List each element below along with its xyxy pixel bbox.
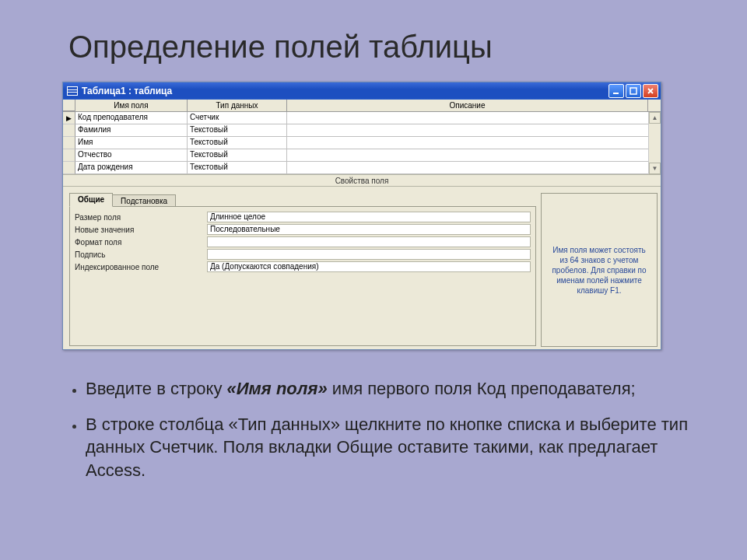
maximize-button[interactable]: [626, 84, 641, 98]
svg-rect-1: [630, 88, 637, 94]
field-name-cell[interactable]: Фамилия: [75, 124, 188, 137]
minimize-button[interactable]: [608, 84, 624, 98]
field-name-cell[interactable]: Код преподавателя: [75, 112, 188, 124]
col-header-name[interactable]: Имя поля: [75, 100, 188, 111]
property-row: Индексированное полеДа (Допускаются совп…: [75, 261, 531, 273]
property-label: Новые значения: [75, 226, 207, 234]
table-row[interactable]: ИмяТекстовый: [63, 137, 661, 149]
col-header-type[interactable]: Тип данных: [188, 100, 287, 111]
grid-header: Имя поля Тип данных Описание: [63, 100, 661, 112]
bullet-2: В строке столбца «Тип данных» щелкните п…: [86, 413, 700, 482]
col-header-desc[interactable]: Описание: [287, 100, 648, 111]
slide-bullets: Введите в строку «Имя поля» имя первого …: [68, 377, 700, 495]
field-name-cell[interactable]: Отчество: [75, 149, 188, 162]
slide-title: Определение полей таблицы: [0, 0, 747, 72]
property-row: Формат поля: [75, 236, 531, 248]
field-grid: Имя поля Тип данных Описание ▶Код препод…: [63, 100, 661, 174]
tab-general[interactable]: Общие: [69, 193, 113, 207]
scroll-up-button[interactable]: ▲: [649, 112, 661, 124]
field-type-cell[interactable]: Счетчик: [188, 112, 287, 124]
property-label: Размер поля: [75, 213, 207, 222]
field-desc-cell[interactable]: [287, 149, 661, 162]
field-type-cell[interactable]: Текстовый: [188, 124, 287, 137]
row-selector[interactable]: [63, 124, 75, 137]
field-type-cell[interactable]: Текстовый: [188, 162, 287, 174]
properties-header: Свойства поля: [63, 174, 661, 187]
field-desc-cell[interactable]: [287, 124, 661, 137]
window-title: Таблица1 : таблица: [82, 86, 608, 96]
property-row: Новые значенияПоследовательные: [75, 223, 531, 236]
field-name-cell[interactable]: Дата рождения: [75, 162, 188, 174]
table-row[interactable]: ▶Код преподавателяСчетчик: [63, 112, 661, 124]
field-desc-cell[interactable]: [287, 162, 661, 174]
row-selector[interactable]: [63, 137, 75, 149]
row-selector[interactable]: [63, 149, 75, 162]
property-value[interactable]: Да (Допускаются совпадения): [207, 261, 531, 272]
field-type-cell[interactable]: Текстовый: [188, 149, 287, 162]
property-value[interactable]: Длинное целое: [207, 212, 531, 222]
row-selector[interactable]: ▶: [63, 112, 75, 124]
property-row: Подпись: [75, 248, 531, 261]
close-button[interactable]: [643, 84, 658, 98]
property-value[interactable]: [207, 249, 531, 260]
bullet-1: Введите в строку «Имя поля» имя первого …: [86, 377, 700, 401]
field-desc-cell[interactable]: [287, 137, 661, 149]
field-desc-cell[interactable]: [287, 112, 661, 124]
access-design-window: Таблица1 : таблица Имя поля Тип данных О…: [62, 82, 661, 350]
property-label: Индексированное поле: [75, 263, 207, 271]
property-label: Подпись: [75, 250, 207, 259]
row-selector[interactable]: [63, 162, 75, 174]
scroll-down-button[interactable]: ▼: [649, 163, 661, 174]
field-type-cell[interactable]: Текстовый: [188, 137, 287, 149]
titlebar[interactable]: Таблица1 : таблица: [63, 82, 661, 100]
vertical-scrollbar[interactable]: ▲ ▼: [648, 112, 661, 174]
help-pane: Имя поля может состоять из 64 знаков с у…: [541, 193, 658, 347]
table-row[interactable]: Дата рожденияТекстовый: [63, 162, 661, 174]
table-row[interactable]: ФамилияТекстовый: [63, 124, 661, 137]
properties-panel: Размер поляДлинное целоеНовые значенияПо…: [69, 206, 536, 346]
property-value[interactable]: [207, 236, 531, 247]
field-name-cell[interactable]: Имя: [75, 137, 188, 149]
table-icon: [67, 86, 78, 96]
property-row: Размер поляДлинное целое: [75, 211, 531, 223]
property-value[interactable]: Последовательные: [207, 224, 531, 235]
svg-rect-0: [613, 93, 619, 94]
tab-lookup[interactable]: Подстановка: [112, 194, 176, 207]
table-row[interactable]: ОтчествоТекстовый: [63, 149, 661, 162]
property-label: Формат поля: [75, 238, 207, 247]
